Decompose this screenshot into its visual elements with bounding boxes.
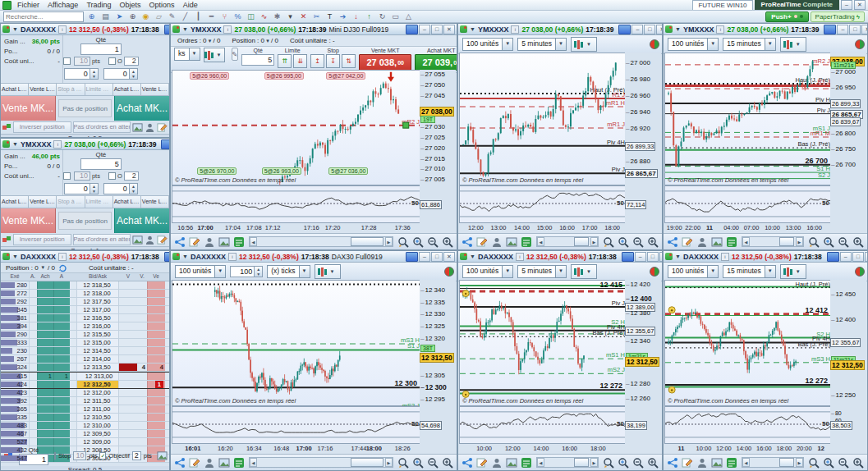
zoom-draw-icon[interactable] <box>602 456 615 469</box>
scroll-thumb[interactable] <box>351 458 383 467</box>
snapshot-icon[interactable] <box>505 236 518 248</box>
scroll-right-icon[interactable]: ▶ <box>385 237 393 246</box>
ladder-row[interactable]: 280 12 318,50 <box>1 281 169 290</box>
list-icon[interactable] <box>725 236 738 248</box>
edit-chart-icon[interactable] <box>475 456 489 469</box>
pending-orders-button[interactable]: Pas d'ordres en attente <box>73 234 131 245</box>
zoom-auto-icon[interactable] <box>617 456 630 469</box>
zoom-out-icon[interactable] <box>426 236 439 248</box>
vline-icon[interactable]: ┃ <box>192 11 204 22</box>
dropdown[interactable]: 100 unités▼ <box>462 38 513 51</box>
price-chart[interactable]: 12 415Piv JS2 HPiv 4HBas (J. Pré)mS1 HmS… <box>460 281 627 407</box>
ladder-row[interactable]: 272 12 318,00 <box>1 290 169 298</box>
trader-icon[interactable] <box>145 235 155 245</box>
scroll-left-icon[interactable]: ◀ <box>537 237 544 246</box>
workspace-tab[interactable]: FUTURE WIN10 <box>692 0 752 10</box>
zigzag-icon[interactable]: ∿ <box>258 11 270 22</box>
chart-plot-area[interactable]: 12 415Piv JS2 HPiv 4HBas (J. Pré)mS1 HmS… <box>459 280 627 406</box>
chevron-down-icon[interactable]: ▼ <box>12 141 18 147</box>
share-icon[interactable] <box>461 236 474 248</box>
info-icon[interactable]: i <box>511 25 519 34</box>
zoom-auto-icon[interactable] <box>411 236 425 248</box>
rectangle-icon[interactable]: ▭ <box>389 11 402 22</box>
price-cell[interactable]: 12 313,00 <box>76 373 119 380</box>
arrow-down-icon[interactable]: ↓ <box>350 11 362 22</box>
zoom-in-icon[interactable] <box>852 456 865 469</box>
arrow-up-icon[interactable]: ↑ <box>363 11 375 22</box>
chart-type-button[interactable]: ▼ <box>571 37 597 52</box>
trader-icon[interactable] <box>696 236 709 248</box>
sell-limit-button[interactable]: ⇊ <box>293 54 307 68</box>
minimize-button[interactable]: – <box>631 25 643 34</box>
price-stepper-2[interactable]: 0▲▼ <box>103 68 138 80</box>
line-icon[interactable]: ╱ <box>179 11 191 22</box>
alarm-icon[interactable]: ◉ <box>140 11 152 22</box>
sell-market-button[interactable]: Vente MK... <box>1 208 56 233</box>
zoom-icon[interactable]: ⊕ <box>126 11 139 22</box>
dropdown[interactable]: 100 unités▼ <box>175 265 226 278</box>
edit-chart-icon[interactable] <box>681 456 694 469</box>
info-icon[interactable]: i <box>58 253 67 261</box>
info-icon[interactable]: i <box>516 253 524 261</box>
price-cell[interactable]: 12 310,00 <box>76 422 119 429</box>
price-chart[interactable]: mR2 JHaut (J. Pré)R1 JmR1 HPiv HPiv JmS1… <box>665 53 833 186</box>
ladder-row[interactable]: 267 12 314,00 <box>1 355 169 364</box>
order-qty-field[interactable]: 5 <box>241 54 274 66</box>
dropdown[interactable]: 5 minutes▼ <box>517 38 567 51</box>
chevron-down-icon[interactable]: ▼ <box>12 254 18 259</box>
search-input[interactable] <box>3 11 84 22</box>
zoom-auto-icon[interactable] <box>822 236 835 248</box>
price-stepper-2[interactable]: 0▲▼ <box>103 183 138 194</box>
chart-plot-area[interactable]: Haut (J. Pré)R1 JmR1 HmR1 JPiv 4HPiv J ©… <box>459 53 627 185</box>
objective-pts-field[interactable]: 2 <box>124 57 139 66</box>
monitor-icon[interactable] <box>618 25 631 34</box>
menu-affichage[interactable]: Affichage <box>44 1 82 9</box>
menu-objets[interactable]: Objets <box>116 1 145 9</box>
zoom-in-icon[interactable] <box>852 236 865 248</box>
edit-chart-icon[interactable] <box>188 456 201 469</box>
objective-pts-field[interactable]: 2 <box>132 451 141 460</box>
zoom-auto-icon[interactable] <box>822 456 835 469</box>
chevron-down-icon[interactable]: ▼ <box>182 254 188 259</box>
monitor-icon[interactable] <box>164 252 169 262</box>
close-button[interactable]: ✕ <box>659 252 662 262</box>
price-cell[interactable]: 12 309,00 <box>76 438 119 446</box>
scroll-thumb[interactable] <box>779 458 794 467</box>
chevron-down-icon[interactable]: ▼ <box>470 254 475 259</box>
link-icon[interactable] <box>2 123 11 132</box>
price-cell[interactable]: 12 312,50 <box>76 381 119 388</box>
push-button[interactable]: Push+ <box>765 11 808 22</box>
zoom-draw-icon[interactable] <box>807 236 820 248</box>
snapshot-icon[interactable] <box>218 236 231 248</box>
chart-plot-area[interactable]: mR2 J5@26 960,005@26 995,005@27 042,005@… <box>172 70 421 185</box>
zoom-out-icon[interactable] <box>631 236 645 248</box>
order-button[interactable]: Vente LM... <box>141 196 169 208</box>
chart-plot-area[interactable]: mR2 JHaut (J. Pré)R1 JmR1 HPiv HPiv JmS1… <box>664 53 832 185</box>
pending-orders-button[interactable]: Pas d'ordres en attente <box>73 121 131 133</box>
checkbox[interactable] <box>54 452 56 460</box>
indicator-pane[interactable]: 50 <box>664 406 832 444</box>
monitor-icon[interactable] <box>622 252 634 262</box>
share-icon[interactable] <box>666 456 679 469</box>
price-chart[interactable]: mS3 HS1 J12 300mS2 J <box>172 281 422 407</box>
zoom-draw-icon[interactable] <box>807 456 820 469</box>
dropdown[interactable]: 100 unités▼ <box>668 38 719 51</box>
scroll-left-icon[interactable]: ◀ <box>537 458 544 467</box>
zoom-draw-icon[interactable] <box>602 236 615 248</box>
order-tag[interactable]: 5@26 995,00 <box>264 72 304 80</box>
account-icon[interactable] <box>444 267 454 277</box>
reverse-position-button[interactable]: Inverser position <box>13 234 71 245</box>
info-icon[interactable]: i <box>53 140 62 149</box>
zoom-out-icon[interactable] <box>837 236 850 248</box>
scroll-thumb[interactable] <box>351 237 383 246</box>
arrow-right-icon[interactable]: ➔ <box>337 11 349 22</box>
account-icon[interactable] <box>650 267 659 277</box>
chart-type-button[interactable]: ▼ <box>315 264 341 279</box>
price-stepper-1[interactable]: 0▲▼ <box>64 183 99 194</box>
info-icon[interactable]: i <box>58 25 67 34</box>
price-cell[interactable]: 12 313,50 <box>76 364 119 371</box>
zoom-auto-icon[interactable] <box>617 236 630 248</box>
chart-type-button[interactable]: ▼ <box>204 48 225 62</box>
order-button[interactable]: Achat LM... <box>113 84 141 95</box>
stop-pts-field[interactable]: 10 <box>73 451 86 460</box>
